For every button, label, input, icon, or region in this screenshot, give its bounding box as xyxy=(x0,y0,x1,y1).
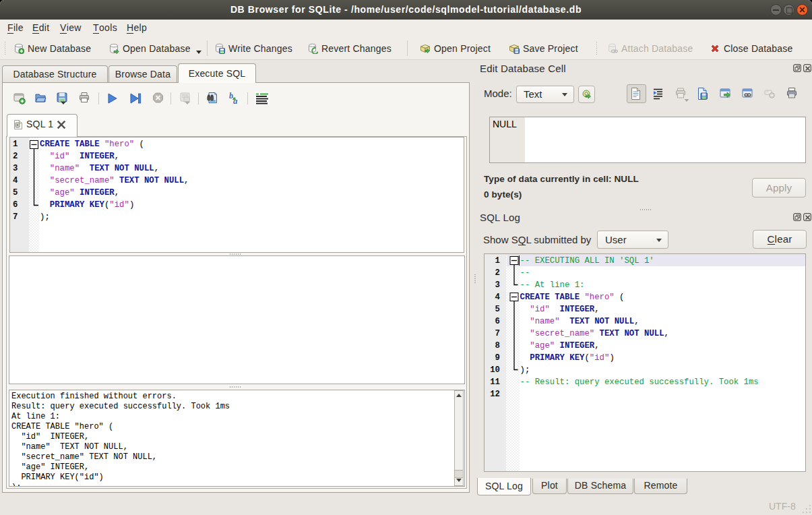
svg-text:a: a xyxy=(233,96,238,105)
